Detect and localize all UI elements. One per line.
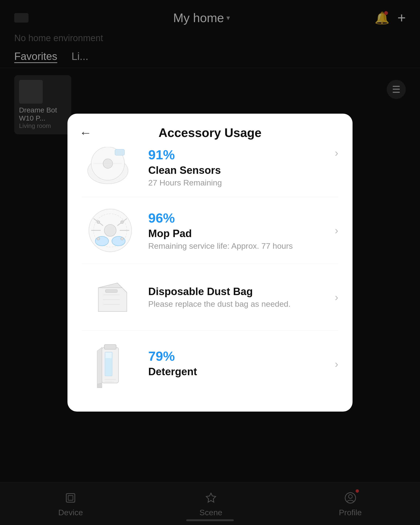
mop-pad-name: Mop Pad [148,227,330,239]
svg-rect-30 [105,358,112,376]
detergent-name: Detergent [148,366,330,378]
svg-point-20 [121,221,124,224]
clean-sensors-detail: 27 Hours Remaining [148,178,330,187]
accessory-usage-modal: ← Accessory Usage [67,114,353,412]
back-button[interactable]: ← [79,126,92,140]
svg-rect-8 [115,149,125,155]
mop-pad-chevron: › [335,225,338,236]
dust-bag-info: Disposable Dust Bag Please replace the d… [148,286,330,309]
detergent-info: 79% Detergent [148,348,330,379]
dust-bag-image [82,273,139,321]
clean-sensors-info: 91% Clean Sensors 27 Hours Remaining [148,147,330,187]
dust-bag-chevron: › [335,291,338,303]
modal-content: 91% Clean Sensors 27 Hours Remaining › [67,147,353,412]
svg-point-22 [121,237,124,240]
svg-point-21 [97,237,100,240]
mop-pad-percentage: 96% [148,210,330,226]
svg-rect-28 [104,345,116,349]
svg-point-18 [104,225,116,236]
detergent-chevron: › [335,358,338,370]
mop-pad-detail: Remaining service life: Approx. 77 hours [148,241,330,251]
detergent-percentage: 79% [148,348,330,364]
clean-sensors-name: Clean Sensors [148,164,330,176]
accessory-item-detergent[interactable]: 79% Detergent › [82,331,338,397]
detergent-image [82,340,139,388]
modal-header: ← Accessory Usage [67,114,353,147]
mop-pad-info: 96% Mop Pad Remaining service life: Appr… [148,210,330,251]
accessory-item-mop-pad[interactable]: 96% Mop Pad Remaining service life: Appr… [82,197,338,264]
clean-sensors-percentage: 91% [148,147,330,162]
modal-title: Accessory Usage [158,126,262,140]
mop-pad-image [82,207,139,254]
accessory-item-clean-sensors[interactable]: 91% Clean Sensors 27 Hours Remaining › [82,147,338,197]
svg-rect-26 [105,290,117,292]
modal-overlay: ← Accessory Usage [0,0,420,525]
dust-bag-detail: Please replace the dust bag as needed. [148,299,330,309]
svg-point-19 [97,221,100,224]
clean-sensors-chevron: › [335,147,338,159]
dust-bag-name: Disposable Dust Bag [148,286,330,298]
clean-sensors-image [82,147,139,187]
accessory-item-dust-bag[interactable]: Disposable Dust Bag Please replace the d… [82,264,338,331]
